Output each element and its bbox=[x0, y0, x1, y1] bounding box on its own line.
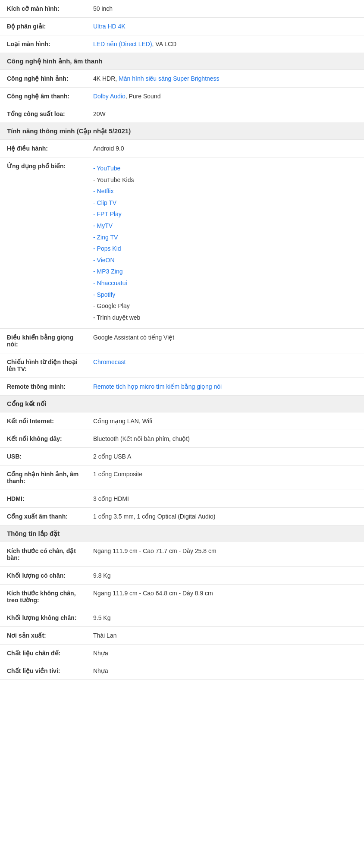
spec-label: Hệ điều hành: bbox=[0, 140, 86, 157]
spec-row: Remote thông minh:Remote tích hợp micro … bbox=[0, 378, 364, 396]
spec-label: Công nghệ âm thanh: bbox=[0, 88, 86, 105]
app-item[interactable]: - Clip TV bbox=[93, 197, 357, 209]
spec-label: Chiếu hình từ điện thoại lên TV: bbox=[0, 353, 86, 378]
spec-label: Kích thước có chân, đặt bàn: bbox=[0, 542, 86, 567]
spec-value: 3 cổng HDMI bbox=[86, 490, 364, 508]
spec-value: 2 cổng USB A bbox=[86, 448, 364, 465]
spec-row: Tổng công suất loa:20W bbox=[0, 105, 364, 123]
spec-link[interactable]: Chromecast bbox=[93, 359, 126, 365]
spec-label: Chất liệu viền tivi: bbox=[0, 662, 86, 680]
spec-row: Độ phân giải:Ultra HD 4K bbox=[0, 18, 364, 35]
spec-label: Kết nối Internet: bbox=[0, 412, 86, 430]
app-item: - YouTube Kids bbox=[93, 174, 357, 186]
spec-value: Android 9.0 bbox=[86, 140, 364, 157]
spec-value: Dolby Audio, Pure Sound bbox=[86, 88, 364, 105]
apps-label: Ứng dụng phổ biến: bbox=[0, 157, 86, 329]
spec-row: Kết nối Internet:Cổng mạng LAN, Wifi bbox=[0, 412, 364, 430]
spec-value: Ngang 111.9 cm - Cao 64.8 cm - Dày 8.9 c… bbox=[86, 585, 364, 609]
spec-value: Google Assistant có tiếng Việt bbox=[86, 329, 364, 353]
spec-link[interactable]: LED nền (Direct LED) bbox=[93, 41, 152, 47]
app-item[interactable]: - FPT Play bbox=[93, 208, 357, 220]
spec-label: Kích cỡ màn hình: bbox=[0, 0, 86, 18]
section-title: Cổng kết nối bbox=[0, 396, 364, 412]
apps-row: Ứng dụng phổ biến:- YouTube- YouTube Kid… bbox=[0, 157, 364, 329]
app-item[interactable]: - Nhaccuatui bbox=[93, 277, 357, 289]
spec-row: Công nghệ hình ảnh:4K HDR, Màn hình siêu… bbox=[0, 70, 364, 88]
app-item[interactable]: - YouTube bbox=[93, 163, 357, 174]
section-header: Thông tin lắp đặt bbox=[0, 525, 364, 542]
spec-label: Tổng công suất loa: bbox=[0, 105, 86, 123]
app-item[interactable]: - VieON bbox=[93, 255, 357, 266]
spec-value: 9.5 Kg bbox=[86, 609, 364, 627]
spec-label: Loại màn hình: bbox=[0, 35, 86, 53]
spec-row: Chiếu hình từ điện thoại lên TV:Chromeca… bbox=[0, 353, 364, 378]
spec-value: Cổng mạng LAN, Wifi bbox=[86, 412, 364, 430]
spec-label: Kết nối không dây: bbox=[0, 430, 86, 448]
app-item[interactable]: - Pops Kid bbox=[93, 243, 357, 255]
spec-label: HDMI: bbox=[0, 490, 86, 508]
spec-value: 1 cổng 3.5 mm, 1 cổng Optical (Digital A… bbox=[86, 508, 364, 525]
app-item: - Google Play bbox=[93, 300, 357, 312]
section-title: Công nghệ hình ảnh, âm thanh bbox=[0, 53, 364, 70]
spec-value: Remote tích hợp micro tìm kiếm bằng giọn… bbox=[86, 378, 364, 396]
spec-value: 4K HDR, Màn hình siêu sáng Super Brightn… bbox=[86, 70, 364, 88]
spec-value: 20W bbox=[86, 105, 364, 123]
spec-value: LED nền (Direct LED), VA LCD bbox=[86, 35, 364, 53]
spec-label: Kích thước không chân, treo tường: bbox=[0, 585, 86, 609]
section-header: Công nghệ hình ảnh, âm thanh bbox=[0, 53, 364, 70]
apps-value: - YouTube- YouTube Kids- Netflix- Clip T… bbox=[86, 157, 364, 329]
section-header: Cổng kết nối bbox=[0, 396, 364, 412]
app-item[interactable]: - MyTV bbox=[93, 220, 357, 232]
spec-label: Cổng xuất âm thanh: bbox=[0, 508, 86, 525]
spec-link[interactable]: Ultra HD 4K bbox=[93, 23, 126, 30]
spec-row: Cổng nhận hình ảnh, âm thanh:1 cổng Comp… bbox=[0, 465, 364, 490]
spec-value: Chromecast bbox=[86, 353, 364, 378]
spec-label: Chất liệu chân đế: bbox=[0, 645, 86, 662]
spec-label: Cổng nhận hình ảnh, âm thanh: bbox=[0, 465, 86, 490]
section-title: Thông tin lắp đặt bbox=[0, 525, 364, 542]
section-header: Tính năng thông minh (Cập nhật 5/2021) bbox=[0, 123, 364, 140]
spec-label: Khối lượng không chân: bbox=[0, 609, 86, 627]
spec-row: Cổng xuất âm thanh:1 cổng 3.5 mm, 1 cổng… bbox=[0, 508, 364, 525]
app-item: - Trình duyệt web bbox=[93, 312, 357, 324]
spec-value: Bluetooth (Kết nối bàn phím, chuột) bbox=[86, 430, 364, 448]
spec-label: Khối lượng có chân: bbox=[0, 567, 86, 585]
spec-row: Nơi sản xuất:Thái Lan bbox=[0, 627, 364, 645]
spec-label: Remote thông minh: bbox=[0, 378, 86, 396]
app-item[interactable]: - Netflix bbox=[93, 186, 357, 197]
spec-label: USB: bbox=[0, 448, 86, 465]
spec-row: Loại màn hình:LED nền (Direct LED), VA L… bbox=[0, 35, 364, 53]
spec-row: Khối lượng không chân:9.5 Kg bbox=[0, 609, 364, 627]
spec-value: Nhựa bbox=[86, 662, 364, 680]
spec-row: HDMI:3 cổng HDMI bbox=[0, 490, 364, 508]
spec-value: 9.8 Kg bbox=[86, 567, 364, 585]
spec-link[interactable]: Màn hình siêu sáng Super Brightness bbox=[119, 75, 219, 82]
spec-row: Hệ điều hành:Android 9.0 bbox=[0, 140, 364, 157]
spec-row: Kích thước không chân, treo tường:Ngang … bbox=[0, 585, 364, 609]
spec-label: Nơi sản xuất: bbox=[0, 627, 86, 645]
spec-value: 50 inch bbox=[86, 0, 364, 18]
app-item[interactable]: - MP3 Zing bbox=[93, 266, 357, 277]
app-item[interactable]: - Zing TV bbox=[93, 232, 357, 243]
spec-row: Khối lượng có chân:9.8 Kg bbox=[0, 567, 364, 585]
spec-label: Công nghệ hình ảnh: bbox=[0, 70, 86, 88]
app-item[interactable]: - Spotify bbox=[93, 289, 357, 301]
spec-link[interactable]: Remote tích hợp micro tìm kiếm bằng giọn… bbox=[93, 383, 222, 390]
spec-label: Độ phân giải: bbox=[0, 18, 86, 35]
spec-link[interactable]: Dolby Audio bbox=[93, 93, 126, 100]
spec-row: Điều khiển bằng giọng nói:Google Assista… bbox=[0, 329, 364, 353]
spec-value: Nhựa bbox=[86, 645, 364, 662]
spec-row: Kích cỡ màn hình:50 inch bbox=[0, 0, 364, 18]
section-title: Tính năng thông minh (Cập nhật 5/2021) bbox=[0, 123, 364, 140]
spec-row: USB:2 cổng USB A bbox=[0, 448, 364, 465]
spec-row: Chất liệu viền tivi:Nhựa bbox=[0, 662, 364, 680]
spec-value: Thái Lan bbox=[86, 627, 364, 645]
spec-label: Điều khiển bằng giọng nói: bbox=[0, 329, 86, 353]
spec-row: Kích thước có chân, đặt bàn:Ngang 111.9 … bbox=[0, 542, 364, 567]
spec-table: Kích cỡ màn hình:50 inchĐộ phân giải:Ult… bbox=[0, 0, 364, 680]
spec-row: Kết nối không dây:Bluetooth (Kết nối bàn… bbox=[0, 430, 364, 448]
spec-value: Ultra HD 4K bbox=[86, 18, 364, 35]
spec-value: Ngang 111.9 cm - Cao 71.7 cm - Dày 25.8 … bbox=[86, 542, 364, 567]
spec-row: Công nghệ âm thanh:Dolby Audio, Pure Sou… bbox=[0, 88, 364, 105]
spec-value: 1 cổng Composite bbox=[86, 465, 364, 490]
